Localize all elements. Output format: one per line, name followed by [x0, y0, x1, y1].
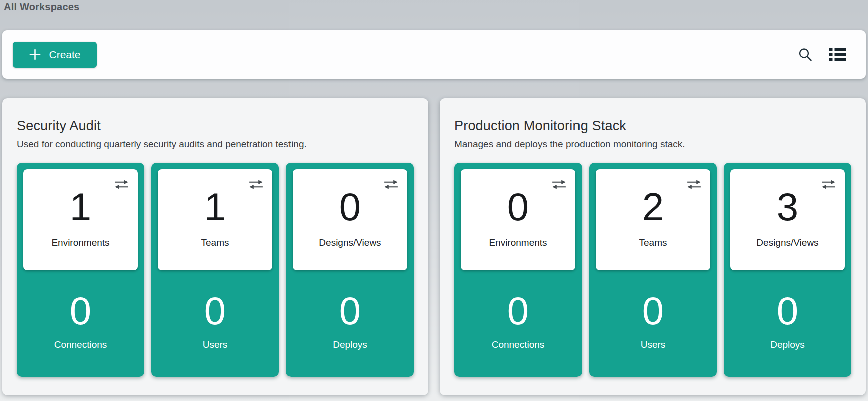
swap-arrows-icon[interactable] — [821, 179, 836, 190]
stat-card-back: 0 Deploys — [293, 270, 407, 370]
stat-card-designs-views[interactable]: 0 Designs/Views 0 Deploys — [286, 163, 414, 377]
toolbar: Create — [2, 30, 866, 79]
stat-card-designs-views[interactable]: 3 Designs/Views 0 Deploys — [724, 163, 851, 377]
swap-arrows-icon[interactable] — [114, 179, 129, 190]
stat-card-front: 2 Teams — [596, 169, 710, 270]
stat-label: Users — [641, 339, 666, 350]
search-icon[interactable] — [798, 47, 813, 62]
create-workspace-button[interactable]: Create — [13, 42, 97, 68]
swap-arrows-icon[interactable] — [249, 179, 263, 190]
workspace-card-production-monitoring-stack[interactable]: Production Monitoring Stack Manages and … — [440, 98, 866, 395]
stat-label: Environments — [51, 237, 109, 248]
create-button-label: Create — [49, 49, 80, 61]
stat-value: 1 — [204, 187, 226, 226]
stat-value: 0 — [204, 291, 226, 330]
stat-label: Designs/Views — [756, 237, 818, 248]
workspace-card-security-audit[interactable]: Security Audit Used for conducting quart… — [2, 98, 428, 395]
stat-card-environments[interactable]: 1 Environments 0 Connections — [17, 163, 144, 377]
stat-card-back: 0 Connections — [461, 270, 575, 370]
stat-card-back: 0 Users — [596, 270, 710, 370]
stat-label: Connections — [54, 339, 107, 350]
stat-value: 0 — [642, 291, 664, 330]
stat-card-teams[interactable]: 1 Teams 0 Users — [151, 163, 279, 377]
stat-card-front: 1 Environments — [23, 169, 138, 270]
stat-label: Environments — [489, 237, 547, 248]
swap-arrows-icon[interactable] — [384, 179, 398, 190]
stat-card-environments[interactable]: 0 Environments 0 Connections — [454, 163, 582, 377]
stat-card-front: 0 Environments — [461, 169, 575, 270]
stat-card-back: 0 Deploys — [730, 270, 845, 370]
workspace-stats-row: 1 Environments 0 Connections — [17, 163, 414, 377]
workspace-cards-row: Security Audit Used for conducting quart… — [2, 98, 866, 395]
stat-value: 0 — [70, 291, 91, 330]
toolbar-icons — [798, 47, 846, 62]
stat-value: 0 — [339, 187, 361, 226]
stat-card-teams[interactable]: 2 Teams 0 Users — [589, 163, 717, 377]
workspace-title: Security Audit — [17, 118, 414, 134]
stat-card-front: 0 Designs/Views — [293, 169, 407, 270]
stat-value: 1 — [70, 187, 91, 226]
workspace-description: Manages and deploys the production monit… — [454, 139, 851, 150]
swap-arrows-icon[interactable] — [552, 179, 566, 190]
list-view-icon[interactable] — [829, 48, 846, 61]
stat-label: Designs/Views — [319, 237, 381, 248]
page-title: All Workspaces — [4, 1, 79, 13]
workspace-description: Used for conducting quarterly security a… — [17, 139, 414, 150]
stat-value: 3 — [777, 187, 798, 226]
stat-label: Deploys — [333, 339, 367, 350]
stat-label: Deploys — [770, 339, 805, 350]
stat-value: 0 — [339, 291, 361, 330]
stat-label: Users — [203, 339, 228, 350]
stat-value: 0 — [507, 291, 529, 330]
plus-icon — [29, 48, 41, 61]
stat-card-front: 1 Teams — [158, 169, 272, 270]
stat-value: 2 — [642, 187, 664, 226]
stat-card-back: 0 Users — [158, 270, 272, 370]
stat-label: Teams — [201, 237, 229, 248]
stat-card-front: 3 Designs/Views — [730, 169, 845, 270]
workspace-stats-row: 0 Environments 0 Connections — [454, 163, 851, 377]
stat-label: Connections — [492, 339, 545, 350]
swap-arrows-icon[interactable] — [687, 179, 701, 190]
stat-label: Teams — [639, 237, 667, 248]
stat-value: 0 — [777, 291, 798, 330]
stat-card-back: 0 Connections — [23, 270, 138, 370]
stat-value: 0 — [507, 187, 529, 226]
workspace-title: Production Monitoring Stack — [454, 118, 851, 134]
